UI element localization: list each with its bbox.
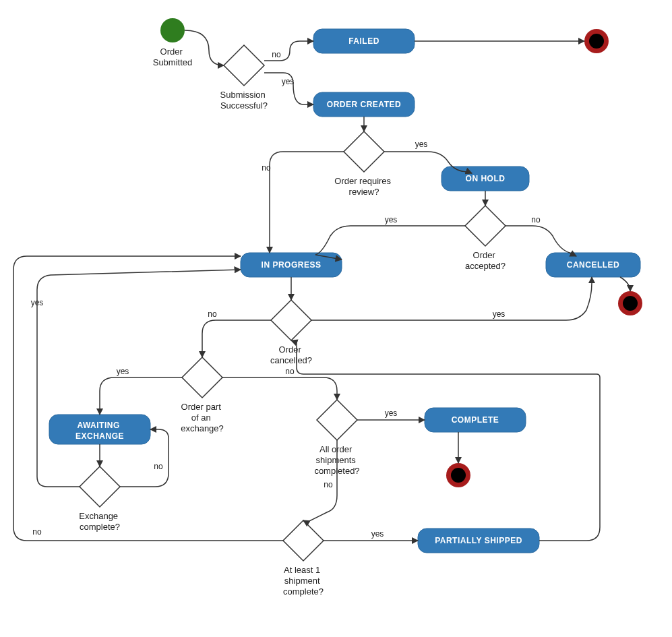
svg-text:PARTIALLY SHIPPED: PARTIALLY SHIPPED bbox=[435, 536, 522, 545]
edge-label-yes: yes bbox=[385, 408, 398, 418]
start-label: Order Submitted bbox=[153, 47, 193, 67]
svg-marker-34 bbox=[283, 520, 324, 561]
end-node-failed bbox=[584, 29, 609, 53]
edge-label-yes: yes bbox=[493, 309, 506, 319]
edge-label-no: no bbox=[262, 163, 271, 173]
decision-submission-successful: Submission Successful? bbox=[220, 45, 268, 111]
decision-part-of-exchange: Order part of an exchange? bbox=[181, 357, 224, 433]
svg-text:IN PROGRESS: IN PROGRESS bbox=[262, 260, 322, 270]
state-partially-shipped: PARTIALLY SHIPPED bbox=[418, 528, 539, 553]
svg-point-19 bbox=[623, 296, 638, 311]
edge-cancelled-end bbox=[620, 277, 630, 291]
svg-marker-22 bbox=[182, 357, 222, 398]
svg-text:Order requires
      review?: Order requires review? bbox=[334, 176, 393, 197]
edge-d2-onhold bbox=[384, 152, 472, 173]
svg-text:ORDER CREATED: ORDER CREATED bbox=[327, 100, 401, 109]
state-complete: COMPLETE bbox=[425, 408, 526, 432]
state-awaiting-exchange: AWAITING EXCHANGE bbox=[49, 415, 150, 444]
order-state-flowchart: Order Submitted Submission Successful? F… bbox=[0, 0, 672, 637]
edge-label-yes: yes bbox=[385, 215, 398, 224]
svg-text:COMPLETE: COMPLETE bbox=[452, 415, 499, 425]
svg-marker-12 bbox=[465, 206, 506, 246]
end-node-cancelled bbox=[618, 291, 642, 315]
edge-label-no: no bbox=[531, 215, 541, 224]
svg-marker-20 bbox=[271, 300, 311, 340]
edge-label-no: no bbox=[272, 50, 281, 59]
edge-label-yes: yes bbox=[415, 140, 428, 149]
edge-label-no: no bbox=[208, 309, 217, 319]
decision-at-least-one: At least 1 shipment complete? bbox=[283, 520, 324, 597]
edge-d3-cancelled bbox=[506, 226, 576, 256]
svg-text:Order part
      of an
      e: Order part of an exchange? bbox=[181, 402, 224, 433]
decision-exchange-complete: Exchange complete? bbox=[79, 466, 120, 532]
svg-marker-8 bbox=[344, 131, 384, 172]
edge-label-no: no bbox=[324, 480, 333, 489]
start-node bbox=[160, 18, 185, 42]
svg-text:CANCELLED: CANCELLED bbox=[567, 260, 620, 270]
state-failed: FAILED bbox=[313, 29, 415, 53]
edge-d7-inprogress-loop bbox=[13, 256, 283, 541]
decision-order-accepted: Order accepted? bbox=[465, 206, 506, 271]
edge-d5-d6 bbox=[222, 377, 337, 400]
edge-label-yes: yes bbox=[31, 298, 44, 307]
decision-order-cancelled: Order cancelled? bbox=[270, 300, 312, 365]
edge-d4-d5 bbox=[202, 320, 271, 357]
edge-label-yes: yes bbox=[371, 529, 384, 539]
edge-d4-cancelled bbox=[311, 277, 592, 320]
svg-marker-0 bbox=[224, 45, 264, 86]
edge-d5-awaitingexchange bbox=[100, 377, 182, 415]
svg-text:Submission
      Successful?: Submission Successful? bbox=[220, 90, 268, 111]
svg-point-5 bbox=[589, 34, 604, 49]
edge-label-no: no bbox=[32, 527, 42, 537]
state-on-hold: ON HOLD bbox=[441, 166, 529, 191]
edge-d2-inprogress bbox=[270, 152, 344, 253]
state-order-created: ORDER CREATED bbox=[313, 92, 415, 117]
svg-text:ON HOLD: ON HOLD bbox=[466, 174, 506, 183]
end-node-complete bbox=[446, 463, 470, 487]
svg-marker-28 bbox=[317, 400, 357, 440]
svg-text:Order
      accepted?: Order accepted? bbox=[465, 250, 506, 271]
edge-label-no: no bbox=[285, 367, 295, 376]
svg-text:FAILED: FAILED bbox=[348, 36, 379, 46]
decision-requires-review: Order requires review? bbox=[334, 131, 393, 197]
state-cancelled: CANCELLED bbox=[546, 253, 640, 277]
edge-label-no: no bbox=[154, 462, 163, 471]
svg-text:At least 1
      shipment
    : At least 1 shipment complete? bbox=[283, 565, 324, 597]
svg-text:Order
      cancelled?: Order cancelled? bbox=[270, 344, 312, 365]
edge-label-yes: yes bbox=[117, 367, 129, 376]
svg-point-33 bbox=[451, 468, 466, 483]
svg-marker-26 bbox=[80, 466, 120, 507]
edge-label-yes: yes bbox=[282, 77, 295, 86]
svg-text:Exchange
      complete?: Exchange complete? bbox=[79, 511, 120, 532]
